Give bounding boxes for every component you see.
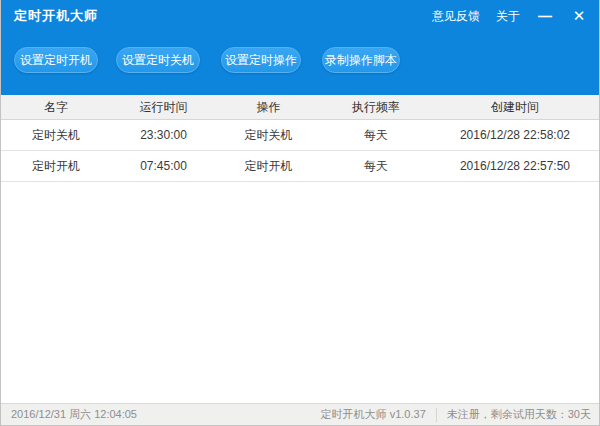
cell-operation: 定时关机: [216, 120, 321, 150]
cell-operation: 定时开机: [216, 151, 321, 181]
app-title: 定时开机大师: [14, 7, 98, 25]
minimize-icon: —: [538, 13, 552, 19]
column-header-frequency: 执行频率: [321, 95, 431, 119]
status-bar: 2016/12/31 周六 12:04:05 定时开机大师 v1.0.37 未注…: [1, 403, 599, 425]
cell-name: 定时开机: [1, 151, 111, 181]
set-power-off-button[interactable]: 设置定时关机: [116, 47, 200, 73]
app-window: 定时开机大师 意见反馈 关于 — ✕ 设置定时开机 设置定时关机 设置定时操作 …: [0, 0, 600, 426]
set-operation-button[interactable]: 设置定时操作: [221, 47, 301, 73]
status-right-group: 定时开机大师 v1.0.37 未注册，剩余试用天数：30天: [321, 407, 591, 422]
table-row[interactable]: 定时开机 07:45:00 定时开机 每天 2016/12/28 22:57:5…: [1, 151, 599, 182]
status-datetime: 2016/12/31 周六 12:04:05: [11, 407, 137, 422]
about-link[interactable]: 关于: [496, 8, 520, 25]
record-script-button[interactable]: 录制操作脚本: [322, 47, 400, 73]
column-header-run-time: 运行时间: [111, 95, 216, 119]
feedback-link[interactable]: 意见反馈: [432, 8, 480, 25]
title-bar[interactable]: 定时开机大师 意见反馈 关于 — ✕: [0, 0, 600, 32]
minimize-button[interactable]: —: [536, 7, 554, 25]
toolbar: 设置定时开机 设置定时关机 设置定时操作 录制操作脚本: [0, 32, 600, 95]
table-header: 名字 运行时间 操作 执行频率 创建时间: [1, 95, 599, 120]
status-registration: 未注册，剩余试用天数：30天: [447, 407, 591, 422]
cell-name: 定时关机: [1, 120, 111, 150]
empty-list-area: [1, 182, 599, 403]
column-header-name: 名字: [1, 95, 111, 119]
close-icon: ✕: [573, 7, 586, 25]
top-blue-area: 定时开机大师 意见反馈 关于 — ✕ 设置定时开机 设置定时关机 设置定时操作 …: [0, 0, 600, 95]
cell-created: 2016/12/28 22:58:02: [431, 120, 599, 150]
cell-created: 2016/12/28 22:57:50: [431, 151, 599, 181]
column-header-operation: 操作: [216, 95, 321, 119]
cell-run-time: 23:30:00: [111, 120, 216, 150]
status-app-version: 定时开机大师 v1.0.37: [321, 407, 426, 422]
status-divider: [436, 408, 437, 422]
cell-frequency: 每天: [321, 120, 431, 150]
titlebar-actions: 意见反馈 关于 — ✕: [432, 7, 588, 25]
close-button[interactable]: ✕: [570, 7, 588, 25]
set-power-on-button[interactable]: 设置定时开机: [14, 47, 98, 73]
table-row[interactable]: 定时关机 23:30:00 定时关机 每天 2016/12/28 22:58:0…: [1, 120, 599, 151]
column-header-created: 创建时间: [431, 95, 599, 119]
cell-run-time: 07:45:00: [111, 151, 216, 181]
cell-frequency: 每天: [321, 151, 431, 181]
